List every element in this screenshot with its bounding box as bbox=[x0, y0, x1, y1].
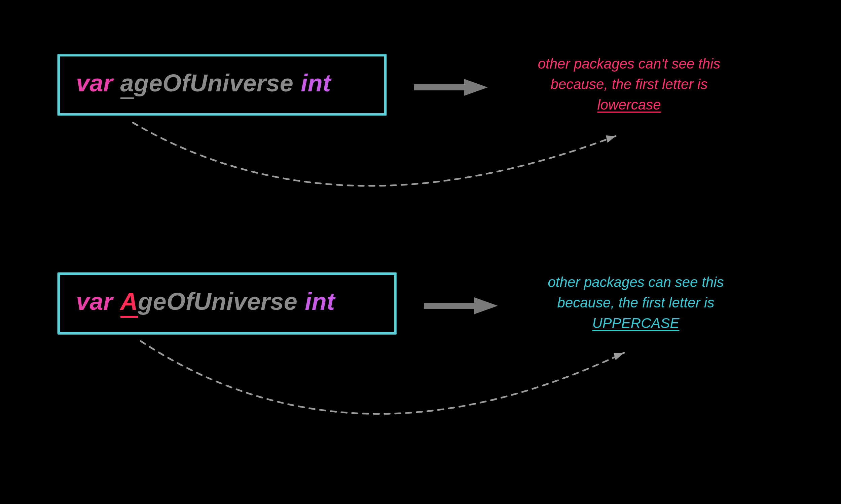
diagram-stage: var a geOfUniverse int other packages ca… bbox=[0, 0, 841, 504]
svg-marker-5 bbox=[614, 353, 624, 360]
dashed-curve-bottom-icon bbox=[0, 0, 841, 504]
